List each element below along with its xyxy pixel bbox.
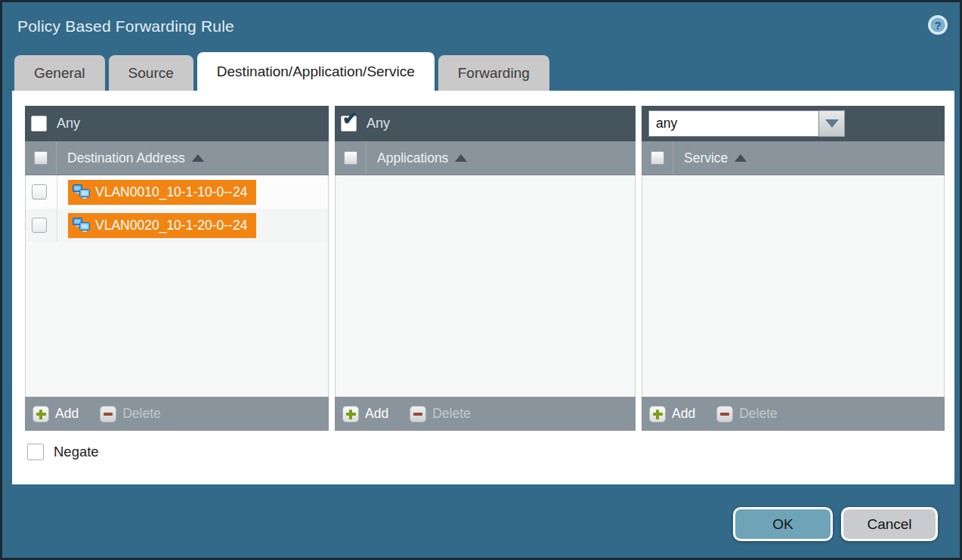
cancel-button[interactable]: Cancel [841, 507, 938, 541]
applications-list [335, 175, 636, 397]
destination-list: VLAN0010_10-1-10-0--24 VLAN0020_10-1-20- [25, 175, 329, 397]
destination-any-bar: Any [25, 106, 329, 141]
applications-header-label[interactable]: Applications [377, 150, 448, 166]
sort-asc-icon[interactable] [192, 154, 204, 162]
checkmark-icon: ✔ [342, 110, 357, 128]
applications-any-bar: ✔ Any [335, 106, 636, 141]
delete-button[interactable]: Delete [100, 406, 161, 422]
service-header-label[interactable]: Service [684, 150, 728, 166]
negate-label: Negate [54, 444, 99, 460]
address-object-chip[interactable]: VLAN0020_10-1-20-0--24 [68, 213, 256, 238]
tab-source[interactable]: Source [109, 55, 193, 91]
add-button[interactable]: Add [649, 406, 695, 422]
help-icon-glyph: ? [927, 14, 948, 36]
service-column: any Service Add Delete [642, 106, 945, 431]
service-dropdown-bar: any [642, 106, 945, 141]
minus-icon [716, 406, 733, 422]
negate-checkbox[interactable] [27, 444, 44, 460]
dialog-title: Policy Based Forwarding Rule [17, 17, 234, 36]
destination-column-header: Destination Address [25, 141, 329, 175]
table-row[interactable]: VLAN0010_10-1-10-0--24 [26, 175, 328, 209]
help-icon[interactable]: ? [927, 14, 948, 36]
table-row[interactable]: VLAN0020_10-1-20-0--24 [26, 209, 328, 242]
plus-icon [342, 406, 359, 422]
plus-icon [649, 406, 666, 422]
applications-any-checkbox[interactable]: ✔ [341, 116, 357, 131]
service-dropdown-value[interactable]: any [648, 110, 819, 137]
plus-icon [32, 406, 49, 422]
applications-select-all-checkbox[interactable] [344, 151, 357, 165]
delete-button[interactable]: Delete [410, 406, 471, 422]
add-button[interactable]: Add [342, 406, 388, 422]
service-dropdown[interactable]: any [648, 110, 845, 137]
service-column-header: Service [642, 141, 945, 175]
sort-asc-icon[interactable] [455, 154, 467, 162]
network-address-icon [73, 184, 90, 200]
row-checkbox[interactable] [32, 218, 47, 233]
chevron-down-icon[interactable] [819, 110, 845, 137]
tab-bar: General Source Destination/Application/S… [14, 52, 549, 91]
negate-row: Negate [27, 444, 99, 460]
applications-any-label: Any [367, 116, 390, 131]
policy-based-forwarding-dialog: Policy Based Forwarding Rule ? General S… [0, 0, 962, 560]
tab-general[interactable]: General [14, 55, 105, 91]
tab-destination-application-service[interactable]: Destination/Application/Service [197, 52, 435, 91]
minus-icon [410, 406, 426, 422]
applications-toolbar: Add Delete [335, 397, 636, 431]
address-object-chip[interactable]: VLAN0010_10-1-10-0--24 [68, 180, 256, 205]
destination-address-column: Any Destination Address [25, 106, 329, 431]
sort-asc-icon[interactable] [735, 154, 747, 162]
destination-any-checkbox[interactable] [31, 116, 47, 131]
address-object-label: VLAN0020_10-1-20-0--24 [95, 218, 247, 234]
svg-text:?: ? [934, 19, 941, 32]
add-button[interactable]: Add [32, 406, 79, 422]
destination-toolbar: Add Delete [25, 397, 329, 431]
address-object-label: VLAN0010_10-1-10-0--24 [95, 184, 247, 200]
row-checkbox[interactable] [32, 184, 47, 200]
destination-any-label: Any [57, 116, 80, 131]
delete-button[interactable]: Delete [716, 406, 778, 422]
service-select-all-checkbox[interactable] [651, 151, 664, 165]
service-list [642, 175, 945, 397]
service-toolbar: Add Delete [642, 397, 945, 431]
network-address-icon [73, 218, 90, 233]
applications-column: ✔ Any Applications Add Delete [335, 106, 636, 431]
minus-icon [100, 406, 116, 422]
tab-forwarding[interactable]: Forwarding [438, 55, 549, 91]
ok-button[interactable]: OK [733, 507, 833, 541]
destination-header-label[interactable]: Destination Address [67, 150, 185, 166]
destination-select-all-checkbox[interactable] [34, 151, 48, 165]
applications-column-header: Applications [335, 141, 636, 175]
